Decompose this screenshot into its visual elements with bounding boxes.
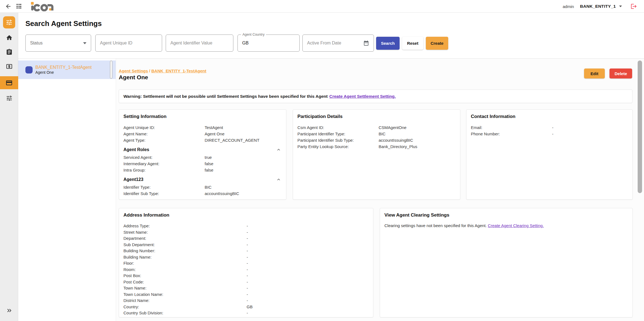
key-value-row: Sub Department: - [123,242,369,248]
key-value-row: Post Code: - [123,279,369,285]
key-value-row: Post Box: - [123,273,369,279]
agent-list-item-selected[interactable]: BANK_ENTITY_1-TestAgent Agent One [18,60,116,79]
key-value-row: Identifier Sub Type: accountIssuingBIC [123,190,282,197]
sliders-icon [6,95,13,102]
main-scrollbar-thumb[interactable] [638,60,642,193]
field-label: Country: [123,304,247,310]
create-settlement-setting-link[interactable]: Create Agent Settlement Setting. [329,94,396,99]
field-label: Intra Group: [123,167,205,173]
field-value: DIRECT_ACCOUNT_AGENT [205,137,259,143]
field-label: Participant Identifier Type: [297,131,379,137]
card-title: Address Information [123,212,369,218]
collapse-section-button[interactable] [276,177,282,183]
agent-country-input[interactable]: Agent Country GB [237,35,300,52]
card-title: Setting Information [123,114,282,119]
collapse-section-button[interactable] [276,147,282,153]
status-select-label: Status [30,41,43,46]
status-select[interactable]: Status [25,35,91,52]
agent-country-label: Agent Country [241,33,266,36]
sidebar-item-agents-selected[interactable] [0,76,18,89]
field-label: Identifier Sub Type: [123,190,205,197]
logout-icon[interactable] [630,3,637,10]
sidebar-item-agent-settings-active[interactable] [3,16,15,28]
field-value: - [247,279,248,285]
setting-information-card: Setting Information Agent Unique ID: Tes… [119,109,286,200]
sidebar-item-configuration[interactable] [0,95,18,102]
field-value: - [247,235,248,242]
field-label: Street Name: [123,229,247,236]
field-value: - [247,291,248,298]
sidebar-item-home[interactable] [0,34,18,41]
agent123-rows: Identifier Type: BIC Identifier Sub Type… [123,184,282,197]
field-label: Intermediary Agent: [123,160,205,167]
key-value-row: Participant Identifier Sub Type: account… [297,137,456,143]
search-header: Search Agent Settings Status Agent Uniqu… [18,13,644,58]
contact-information-rows: Email: - Phone Number: - [471,124,628,137]
key-value-row: Agent Type: DIRECT_ACCOUNT_AGENT [123,137,282,143]
agent-identifier-value-placeholder: Agent Identifier Value [170,41,212,46]
field-value: - [552,124,553,131]
agent-unique-id-placeholder: Agent Unique ID [100,41,132,46]
field-value: Agent One [205,131,225,137]
breadcrumb-link-current-agent[interactable]: BANK_ENTITY_1-TestAgent [151,69,206,73]
agent-roles-rows: Serviced Agent: true Intermediary Agent:… [123,154,282,173]
field-value: - [247,229,248,236]
key-value-row: District Name: - [123,298,369,304]
key-value-row: Email: - [471,124,628,131]
create-clearing-setting-link[interactable]: Create Agent Clearing Setting. [488,223,544,228]
search-button[interactable]: Search [376,37,400,50]
breadcrumb-link-agent-settings[interactable]: Agent Settings [119,69,148,73]
key-value-row: Town Location Name: - [123,291,369,298]
field-label: Town Name: [123,285,247,291]
field-value: - [247,285,248,291]
key-value-row: Agent Unique ID: TestAgent [123,124,282,131]
agent-country-value: GB [242,41,249,46]
settlement-warning-banner: Warning: Settlement will not be possible… [119,90,632,103]
list-scrollbar-thumb[interactable] [110,60,112,79]
apps-grid-icon[interactable] [17,4,22,9]
agent-identifier-value-input[interactable]: Agent Identifier Value [166,35,233,52]
field-value: TestAgent [205,124,223,131]
field-value: Bank_Directory_Plus [379,143,417,150]
clipboard-icon [6,49,13,56]
field-label: Town Location Name: [123,291,247,298]
create-button[interactable]: Create [426,37,448,50]
key-value-row: Room: - [123,267,369,273]
key-value-row: Building Number: - [123,248,369,254]
reset-button[interactable]: Reset [402,37,423,50]
field-label: Building Name: [123,254,247,261]
field-value: CSMAgentOne [379,124,407,131]
field-label: District Name: [123,298,247,304]
field-label: Phone Number: [471,131,552,137]
agent-unique-id-input[interactable]: Agent Unique ID [95,35,162,52]
active-from-date-input[interactable]: Active From Date [302,35,374,52]
delete-button[interactable]: Delete [609,69,632,78]
agent-list-item-id: BANK_ENTITY_1-TestAgent [35,65,92,70]
key-value-row: Department: - [123,235,369,242]
back-arrow-icon[interactable] [5,3,12,10]
key-value-row: Building Name: - [123,254,369,261]
edit-button[interactable]: Edit [584,69,605,78]
field-value: accountIssuingBIC [379,137,413,143]
breadcrumb-separator: / [148,69,151,73]
sidebar-item-tasks[interactable] [0,49,18,56]
page-title: Search Agent Settings [25,19,102,28]
field-label: Post Box: [123,273,247,279]
key-value-row: Serviced Agent: true [123,154,282,160]
section-title: Agent123 [123,177,143,182]
field-label: Sub Department: [123,242,247,248]
key-value-row: Party Entity Lookup Source: Bank_Directo… [297,143,456,150]
sidebar-item-payments[interactable] [0,63,18,70]
agent-detail-heading: Agent One [119,74,148,81]
sidebar-expand-button[interactable] [0,307,18,314]
key-value-row: Phone Number: - [471,131,628,137]
credit-card-icon [6,79,13,86]
chevron-down-icon [619,6,622,7]
field-value: accountIssuingBIC [205,190,239,197]
field-value: - [247,273,248,279]
contact-information-card: Contact Information Email: - Phone Numbe… [466,109,633,200]
key-value-row: Agent Name: Agent One [123,131,282,137]
entity-dropdown[interactable]: BANK_ENTITY_1 [580,4,622,9]
calendar-icon[interactable] [363,40,369,46]
breadcrumb: Agent Settings/BANK_ENTITY_1-TestAgent [119,69,206,73]
